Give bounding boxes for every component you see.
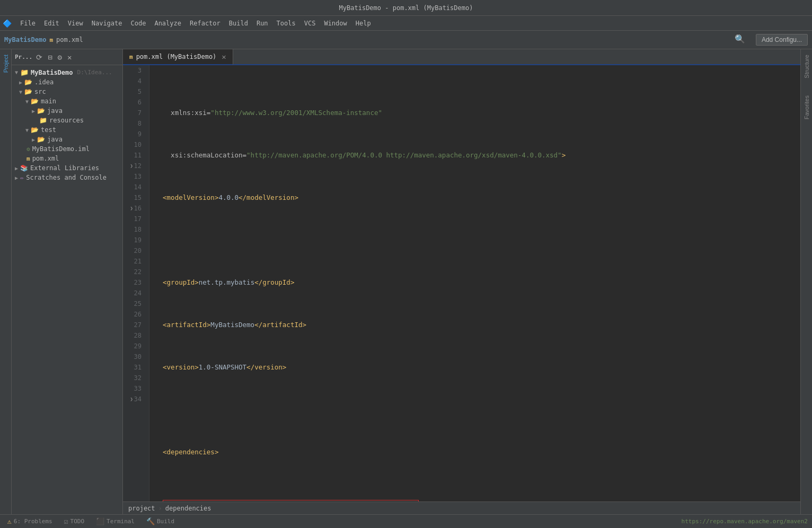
scratch-icon: ✏ <box>20 174 24 181</box>
tree-label-iml: MyBatisDemo.iml <box>32 145 90 153</box>
structure-tab[interactable]: Structure <box>802 51 811 82</box>
terminal-tab[interactable]: ⬛ Terminal <box>93 516 138 526</box>
linenum-18: 18 <box>123 224 145 235</box>
linenum-21: 21 <box>123 256 145 267</box>
code-line-8: <artifactId>MyBatisDemo</artifactId> <box>155 320 800 330</box>
linenum-6: 6 <box>123 97 145 108</box>
bc-sep-1: › <box>158 505 162 512</box>
add-config-button[interactable]: Add Configu... <box>756 34 808 46</box>
linenum-28: 28 <box>123 330 145 341</box>
tree-item-mybatisdemo[interactable]: ▼ 📁 MyBatisDemo D:\Idea... <box>12 67 122 77</box>
tree-label-ext-libs: External Libraries <box>30 164 99 172</box>
selection-region: <dependency> <groupId>org.mybatis</group… <box>155 500 800 501</box>
code-line-9: <version>1.0-SNAPSHOT</version> <box>155 362 800 373</box>
problems-tab[interactable]: ⚠ 6: Problems <box>4 516 56 526</box>
linenum-8: 8 <box>123 118 145 129</box>
build-label: Build <box>157 518 174 525</box>
linenum-7: 7 <box>123 108 145 118</box>
tree-item-test[interactable]: ▼ 📂 test <box>12 125 122 135</box>
breadcrumb-project[interactable]: MyBatisDemo <box>4 36 46 43</box>
tree-label-src: src <box>34 88 46 95</box>
menu-navigate[interactable]: Navigate <box>87 18 127 29</box>
menu-build[interactable]: Build <box>225 18 252 29</box>
menu-view[interactable]: View <box>64 18 87 29</box>
arrow-src: ▼ <box>19 89 22 95</box>
tab-close-icon[interactable]: ✕ <box>222 52 226 61</box>
editor-breadcrumb: project › dependencies <box>123 501 800 514</box>
menu-run[interactable]: Run <box>252 18 272 29</box>
code-line-11: <dependencies> <box>155 447 800 457</box>
editor-area: m pom.xml (MyBatisDemo) ✕ 3 4 5 6 7 8 9 … <box>123 49 800 514</box>
linenum-9: 9 <box>123 129 145 139</box>
menu-vcs[interactable]: VCS <box>300 18 320 29</box>
menu-edit[interactable]: Edit <box>40 18 64 29</box>
tree-item-iml[interactable]: ⚙ MyBatisDemo.iml <box>12 144 122 154</box>
warning-icon: ⚠ <box>7 517 12 525</box>
menu-window[interactable]: Window <box>320 18 351 29</box>
linenum-11: 11 <box>123 150 145 161</box>
settings-icon[interactable]: ⚙ <box>56 52 64 63</box>
search-everywhere-icon[interactable]: 🔍 <box>735 34 745 44</box>
menu-code[interactable]: Code <box>127 18 151 29</box>
xml-icon-pom: m <box>27 155 30 162</box>
code-content[interactable]: xmlns:xsi="http://www.w3.org/2001/XMLSch… <box>149 65 800 501</box>
tab-xml-icon: m <box>129 54 133 60</box>
tree-label-resources: resources <box>49 117 84 124</box>
folder-icon-java: 📂 <box>37 107 45 115</box>
code-line-7: <groupId>net.tp.mybatis</groupId> <box>155 277 800 288</box>
linenum-15: 15 <box>123 192 145 203</box>
tree-item-idea[interactable]: ▶ 📂 .idea <box>12 77 122 87</box>
tree-item-src[interactable]: ▼ 📂 src <box>12 87 122 96</box>
code-line-10 <box>155 404 800 415</box>
arrow-ext-libs: ▶ <box>15 165 18 171</box>
bc-dependencies[interactable]: dependencies <box>165 505 211 512</box>
tree-item-pom[interactable]: m pom.xml <box>12 154 122 163</box>
code-line-5: <modelVersion>4.0.0</modelVersion> <box>155 192 800 203</box>
iml-icon: ⚙ <box>27 146 30 153</box>
linenum-20: 20 <box>123 245 145 256</box>
tree-label-mybatisdemo: MyBatisDemo <box>31 69 73 76</box>
status-right-info: https://repo.maven.apache.org/maven2 <box>682 518 808 525</box>
build-tab[interactable]: 🔨 Build <box>143 516 178 526</box>
tree-item-test-java[interactable]: ▶ 📂 java <box>12 135 122 144</box>
menu-tools[interactable]: Tools <box>272 18 300 29</box>
todo-tab[interactable]: ☑ TODO <box>61 516 87 526</box>
tree-item-resources[interactable]: 📁 resources <box>12 116 122 125</box>
folder-icon-mybatisdemo: 📁 <box>20 68 29 76</box>
folder-icon-idea: 📂 <box>24 78 32 86</box>
tree-item-scratches[interactable]: ▶ ✏ Scratches and Console <box>12 173 122 182</box>
sync-icon[interactable]: ⟳ <box>34 52 44 63</box>
arrow-mybatisdemo: ▼ <box>15 69 18 75</box>
folder-icon-main: 📂 <box>31 98 39 105</box>
pom-tab[interactable]: m pom.xml (MyBatisDemo) ✕ <box>123 49 233 65</box>
left-tab-bar: Project <box>0 49 12 514</box>
collapse-icon[interactable]: ⊟ <box>46 52 54 63</box>
lib-icon: 📚 <box>20 164 28 172</box>
menu-file[interactable]: File <box>16 18 40 29</box>
terminal-icon: ⬛ <box>96 517 104 525</box>
menu-help[interactable]: Help <box>351 18 375 29</box>
menu-analyze[interactable]: Analyze <box>150 18 186 29</box>
linenum-5: 5 <box>123 86 145 97</box>
linenum-4: 4 <box>123 76 145 86</box>
bc-project[interactable]: project <box>128 505 155 512</box>
build-icon: 🔨 <box>146 517 155 525</box>
close-panel-icon[interactable]: ✕ <box>66 52 73 63</box>
tree-label-java: java <box>47 107 63 115</box>
breadcrumb-file[interactable]: pom.xml <box>56 36 83 43</box>
linenum-3: 3 <box>123 65 145 76</box>
arrow-idea: ▶ <box>19 80 22 85</box>
app-title: MyBatisDemo - pom.xml (MyBatisDemo) <box>5 4 807 12</box>
tree-item-ext-libs[interactable]: ▶ 📚 External Libraries <box>12 163 122 173</box>
terminal-label: Terminal <box>107 518 135 525</box>
menu-refactor[interactable]: Refactor <box>186 18 225 29</box>
folder-icon-test-java: 📂 <box>37 136 45 143</box>
tree-item-main[interactable]: ▼ 📂 main <box>12 96 122 106</box>
maven-url: https://repo.maven.apache.org/maven2 <box>682 518 808 525</box>
tree-item-java[interactable]: ▶ 📂 java <box>12 106 122 116</box>
linenum-19: 19 <box>123 235 145 245</box>
linenum-23: 23 <box>123 277 145 288</box>
project-tab[interactable]: Project <box>1 51 11 76</box>
app-icon: 🔷 <box>3 19 12 28</box>
favorites-tab[interactable]: Favorites <box>802 92 811 122</box>
